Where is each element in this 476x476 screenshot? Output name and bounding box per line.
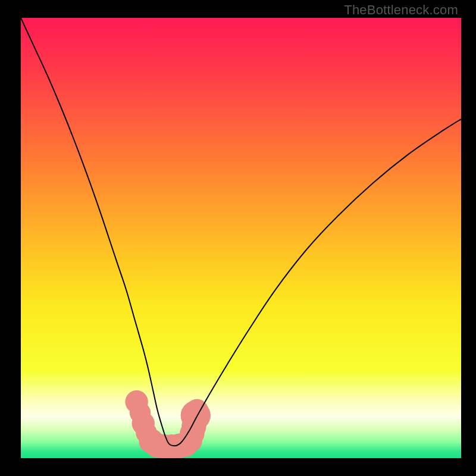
chart-svg bbox=[21, 18, 461, 458]
chart-frame: TheBottleneck.com bbox=[0, 0, 476, 476]
plot-area bbox=[21, 18, 461, 458]
watermark-text: TheBottleneck.com bbox=[344, 2, 458, 18]
gradient-background bbox=[21, 18, 461, 458]
